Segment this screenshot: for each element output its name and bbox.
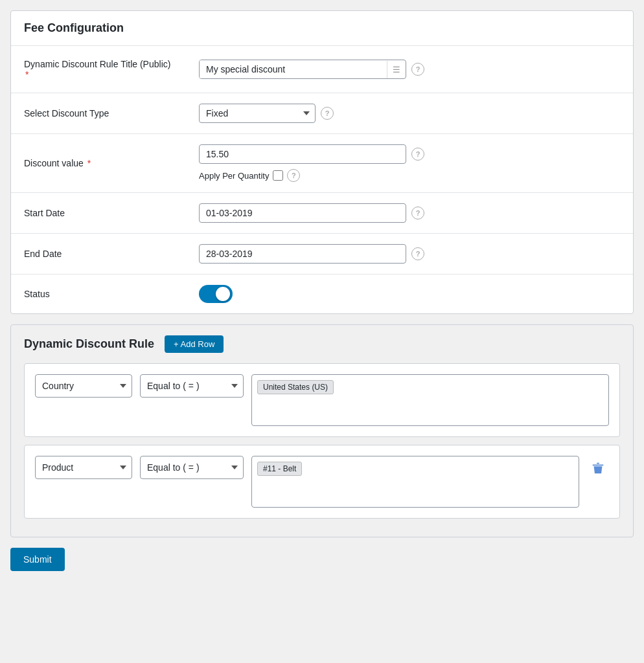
discount-type-field-row: Fixed Percentage ?: [199, 104, 620, 123]
title-row: Dynamic Discount Rule Title (Public) * ☰…: [11, 46, 633, 93]
product-field-select[interactable]: Country Product Category User Role: [35, 456, 132, 479]
end-date-field-row: ?: [199, 244, 620, 264]
end-date-help-icon[interactable]: ?: [411, 247, 424, 260]
rule-row-inner-product: Country Product Category User Role Equal…: [35, 456, 579, 508]
delete-icon: [591, 461, 605, 475]
discount-value-row: Discount value * ? Apply Per Quantity ?: [11, 134, 633, 193]
country-tag-us: United States (US): [257, 380, 334, 394]
title-icon: ☰: [387, 61, 406, 78]
rule-row-product: Country Product Category User Role Equal…: [24, 445, 620, 519]
apply-per-qty-label: Apply Per Quantity: [199, 171, 269, 181]
submit-button[interactable]: Submit: [10, 548, 65, 571]
apply-per-qty-row: Apply Per Quantity ?: [199, 169, 620, 182]
discount-type-help-icon[interactable]: ?: [321, 107, 334, 120]
discount-value-input[interactable]: [199, 144, 406, 164]
status-cell: [186, 275, 633, 314]
product-value-area[interactable]: #11 - Belt: [251, 456, 579, 508]
required-star: *: [25, 69, 29, 80]
apply-per-qty-checkbox[interactable]: [273, 170, 283, 181]
discount-type-label: Select Discount Type: [11, 93, 186, 134]
title-field-row: ☰ ?: [199, 60, 620, 79]
country-value-area[interactable]: United States (US): [251, 374, 609, 426]
end-date-cell: ?: [186, 234, 633, 275]
title-help-icon[interactable]: ?: [411, 63, 424, 76]
delete-rule-button[interactable]: [587, 458, 609, 481]
end-date-row: End Date ?: [11, 234, 633, 275]
product-operator-select[interactable]: Equal to ( = ) Not equal to Greater than…: [140, 456, 244, 479]
start-date-field-row: ?: [199, 203, 620, 223]
status-row: Status: [11, 275, 633, 314]
status-toggle-wrapper: [199, 285, 233, 303]
ddr-title: Dynamic Discount Rule: [24, 337, 154, 351]
title-input[interactable]: [200, 60, 387, 78]
title-cell: ☰ ?: [186, 46, 633, 93]
discount-value-cell: ? Apply Per Quantity ?: [186, 134, 633, 193]
start-date-label: Start Date: [11, 193, 186, 234]
end-date-input[interactable]: [199, 244, 406, 264]
discount-value-field-row: ?: [199, 144, 620, 164]
product-tag-belt: #11 - Belt: [257, 462, 302, 476]
discount-value-required-star: *: [87, 158, 91, 168]
country-operator-select[interactable]: Equal to ( = ) Not equal to Greater than…: [140, 374, 244, 398]
toggle-slider: [199, 285, 233, 303]
panel-header: Fee Configuration: [11, 11, 633, 46]
status-toggle[interactable]: [199, 285, 233, 303]
discount-type-select[interactable]: Fixed Percentage: [199, 104, 316, 123]
start-date-cell: ?: [186, 193, 633, 234]
status-label: Status: [11, 275, 186, 314]
title-label: Dynamic Discount Rule Title (Public) *: [11, 46, 186, 93]
discount-type-cell: Fixed Percentage ?: [186, 93, 633, 134]
start-date-row: Start Date ?: [11, 193, 633, 234]
add-row-button[interactable]: + Add Row: [165, 335, 224, 353]
rule-row-inner-country: Country Product Category User Role Equal…: [35, 374, 609, 426]
ddr-header: Dynamic Discount Rule + Add Row: [24, 335, 620, 353]
rule-row-country: Country Product Category User Role Equal…: [24, 363, 620, 437]
discount-value-help-icon[interactable]: ?: [411, 148, 424, 161]
title-input-wrapper: ☰: [199, 60, 406, 79]
start-date-help-icon[interactable]: ?: [411, 207, 424, 219]
start-date-input[interactable]: [199, 203, 406, 223]
form-table: Dynamic Discount Rule Title (Public) * ☰…: [11, 46, 633, 313]
panel-title: Fee Configuration: [24, 21, 620, 35]
discount-value-label: Discount value *: [11, 134, 186, 193]
country-field-select[interactable]: Country Product Category User Role: [35, 374, 132, 398]
ddr-section: Dynamic Discount Rule + Add Row Country …: [10, 324, 634, 537]
end-date-label: End Date: [11, 234, 186, 275]
fee-configuration-panel: Fee Configuration Dynamic Discount Rule …: [10, 10, 634, 314]
apply-per-qty-help-icon[interactable]: ?: [287, 169, 300, 182]
discount-type-row: Select Discount Type Fixed Percentage ?: [11, 93, 633, 134]
